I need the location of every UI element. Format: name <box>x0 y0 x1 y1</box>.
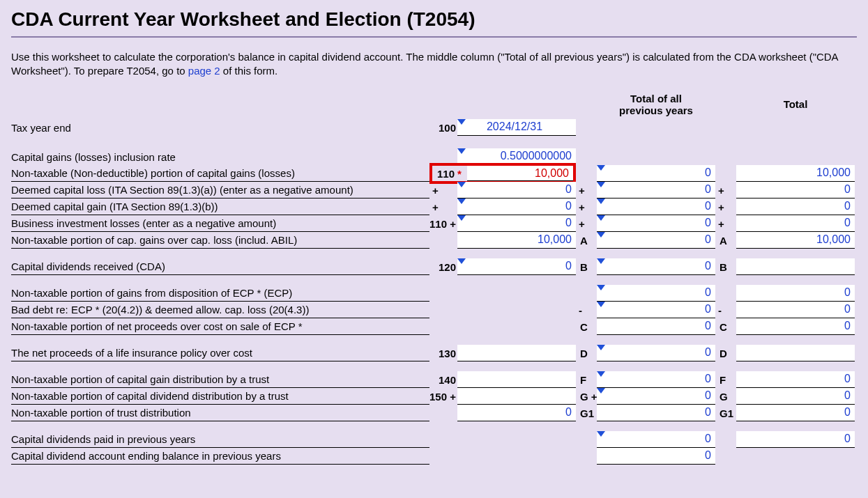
letter-F: F <box>715 371 736 388</box>
field-nontax-cg-total: 10,000 <box>736 165 855 182</box>
dropdown-icon <box>597 165 605 171</box>
letter-G: G <box>715 388 736 405</box>
field-deemed-gain-total: 0 <box>736 199 855 215</box>
label-ecp-net: Non-taxable portion of net proceeds over… <box>11 318 429 335</box>
op-minus: - <box>715 302 736 318</box>
letter-D: D <box>576 345 597 361</box>
field-capdiv-recv-total <box>736 258 855 275</box>
field-divpaid-prev[interactable]: 0 <box>597 431 715 448</box>
label-ecp-gain: Non-taxable portion of gains from dispos… <box>11 285 429 302</box>
code-100: 100 <box>429 119 457 136</box>
field-nontax-over-prev[interactable]: 0 <box>597 232 715 249</box>
field-ecp-net-total: 0 <box>736 318 855 335</box>
letter-G: G + <box>576 388 597 405</box>
code-140: 140 <box>429 371 457 388</box>
op-plus: + <box>576 215 597 232</box>
field-baddebt-total: 0 <box>736 302 855 318</box>
dropdown-icon <box>597 258 605 264</box>
field-ecp-gain-prev[interactable]: 0 <box>597 285 715 302</box>
dropdown-icon <box>457 258 466 264</box>
op-plus: + <box>576 199 597 215</box>
title-divider <box>11 36 857 38</box>
field-nontax-cg-prev[interactable]: 0 <box>597 165 715 182</box>
letter-A: A <box>576 232 597 249</box>
field-life-total <box>736 345 855 361</box>
code-120: 120 <box>429 258 457 275</box>
op-plus: + <box>429 199 457 215</box>
field-capdiv-recv-prev[interactable]: 0 <box>597 258 715 275</box>
intro-part1: Use this worksheet to calculate the corp… <box>11 51 838 77</box>
dropdown-icon <box>457 215 466 221</box>
letter-F: F <box>576 371 597 388</box>
col-header-prev: Total of all previous years <box>597 93 715 120</box>
op-plus: + <box>429 182 457 199</box>
label-taxyear: Tax year end <box>11 119 429 136</box>
field-trust-cd[interactable] <box>457 388 576 405</box>
op-plus: + <box>576 182 597 199</box>
dropdown-icon <box>597 371 605 377</box>
highlight-line-110: 110 * 10,000 <box>429 163 576 184</box>
dropdown-icon <box>597 345 605 350</box>
dropdown-icon <box>597 232 605 238</box>
field-deemed-loss[interactable]: 0 <box>457 182 576 199</box>
field-life-prev[interactable]: 0 <box>597 345 715 361</box>
field-trust-cg[interactable] <box>457 371 576 388</box>
letter-C: C <box>715 318 736 335</box>
dropdown-icon <box>597 302 605 307</box>
label-trust-cg: Non-taxable portion of capital gain dist… <box>11 371 429 388</box>
field-trust-dist: 0 <box>457 405 576 421</box>
intro-text: Use this worksheet to calculate the corp… <box>11 50 848 79</box>
letter-A: A <box>715 232 736 249</box>
field-trust-cd-total: 0 <box>736 388 855 405</box>
dropdown-icon <box>597 285 605 290</box>
label-bil: Business investment losses (enter as a n… <box>11 215 429 232</box>
op-plus: + <box>715 215 736 232</box>
code-110: 110 <box>432 168 457 180</box>
asterisk-icon: * <box>457 168 467 180</box>
label-ending: Capital dividend account ending balance … <box>11 448 429 465</box>
page2-link[interactable]: page 2 <box>188 65 220 77</box>
field-deemed-gain-prev[interactable]: 0 <box>597 199 715 215</box>
worksheet-grid: Total of all previous years Total Tax ye… <box>11 93 857 465</box>
field-bil[interactable]: 0 <box>457 215 576 232</box>
field-trust-cd-prev[interactable]: 0 <box>597 388 715 405</box>
field-life[interactable] <box>457 345 576 361</box>
dropdown-icon <box>597 199 605 204</box>
label-divpaid: Capital dividends paid in previous years <box>11 431 429 448</box>
field-nontax-over-total: 10,000 <box>736 232 855 249</box>
dropdown-icon <box>597 431 605 437</box>
label-deemed-gain: Deemed capital gain (ITA Section 89(1.3)… <box>11 199 429 215</box>
letter-C: C <box>576 318 597 335</box>
op-minus: - <box>576 302 597 318</box>
label-nontax-over: Non-taxable portion of cap. gains over c… <box>11 232 429 249</box>
code-150: 150 + <box>429 388 457 405</box>
field-deemed-gain[interactable]: 0 <box>457 199 576 215</box>
field-deemed-loss-prev[interactable]: 0 <box>597 182 715 199</box>
label-capdiv-recv: Capital dividends received (CDA) <box>11 258 429 275</box>
field-ecp-gain-total: 0 <box>736 285 855 302</box>
letter-G1: G1 <box>576 405 597 421</box>
label-life: The net proceeds of a life insurance pol… <box>11 345 429 361</box>
field-capdiv-recv[interactable]: 0 <box>457 258 576 275</box>
code-130: 130 <box>429 345 457 361</box>
dropdown-icon <box>457 199 466 204</box>
field-nontax-cg[interactable]: 10,000 <box>467 166 573 181</box>
field-trust-dist-prev: 0 <box>597 405 715 421</box>
dropdown-icon <box>597 215 605 221</box>
field-taxyear[interactable]: 2024/12/31 <box>457 119 576 136</box>
dropdown-icon <box>457 148 466 154</box>
field-ecp-net-prev: 0 <box>597 318 715 335</box>
col-header-total: Total <box>736 98 855 113</box>
field-bil-total: 0 <box>736 215 855 232</box>
field-nontax-over: 10,000 <box>457 232 576 249</box>
field-baddebt-prev[interactable]: 0 <box>597 302 715 318</box>
op-plus: + <box>715 182 736 199</box>
field-deemed-loss-total: 0 <box>736 182 855 199</box>
intro-part2: of this form. <box>220 65 278 77</box>
dropdown-icon <box>457 182 466 187</box>
field-trust-cg-prev[interactable]: 0 <box>597 371 715 388</box>
field-bil-prev[interactable]: 0 <box>597 215 715 232</box>
letter-G1: G1 <box>715 405 736 421</box>
letter-D: D <box>715 345 736 361</box>
label-nontax-cg: Non-taxable (Non-deductible) portion of … <box>11 165 429 182</box>
